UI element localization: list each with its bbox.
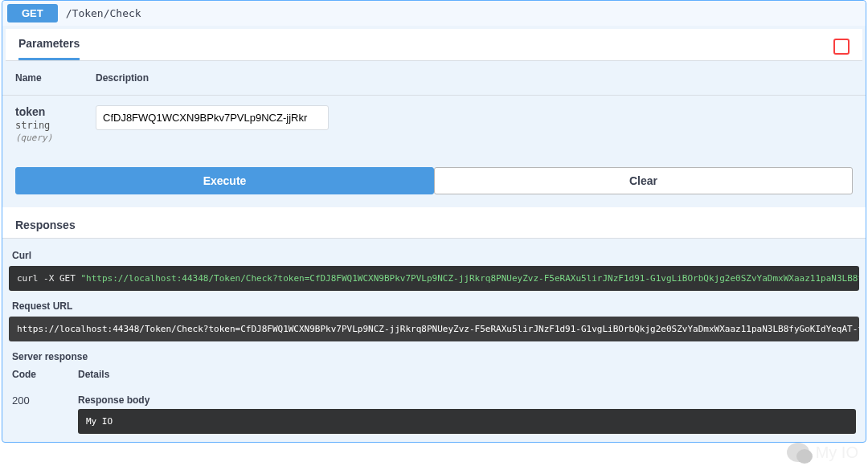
response-body-content[interactable]: My IO [78,409,856,434]
param-name: token [15,105,70,118]
curl-command[interactable]: curl -X GET "https://localhost:44348/Tok… [9,266,859,291]
request-url-label: Request URL [6,300,862,317]
responses-body: Curl curl -X GET "https://localhost:4434… [2,239,866,442]
request-url-value[interactable]: https://localhost:44348/Token/Check?toke… [9,317,859,341]
operation-header[interactable]: GET /Token/Check [2,1,866,26]
response-table: Code Details 200 Response body My IO [6,367,862,442]
curl-label: Curl [6,250,862,266]
parameters-tab[interactable]: Parameters [18,37,80,60]
param-header-name: Name [2,61,83,96]
server-response-label: Server response [6,351,862,367]
resp-header-details: Details [72,367,862,386]
method-badge: GET [7,4,58,22]
operation-block: GET /Token/Check Parameters Name Descrip… [2,0,866,443]
operation-path: /Token/Check [66,7,141,19]
responses-header: Responses [2,207,866,239]
parameters-header-row: Parameters [6,29,862,61]
response-row: 200 Response body My IO [6,386,862,442]
param-location: (query) [15,133,70,143]
param-value-input[interactable] [96,105,329,130]
action-buttons: Execute Clear [2,167,866,207]
curl-url: "https://localhost:44348/Token/Check?tok… [80,273,859,284]
parameters-table: Name Description token string (query) [2,61,866,167]
cancel-tryout-button[interactable] [833,39,850,55]
response-body-label: Response body [78,394,856,406]
param-header-description: Description [83,61,866,96]
curl-prefix: curl -X GET [17,273,80,284]
response-code: 200 [6,386,72,442]
clear-button[interactable]: Clear [434,167,853,194]
resp-header-code: Code [6,367,72,386]
execute-button[interactable]: Execute [15,167,434,194]
param-type: string [15,120,70,131]
param-row: token string (query) [2,96,866,168]
